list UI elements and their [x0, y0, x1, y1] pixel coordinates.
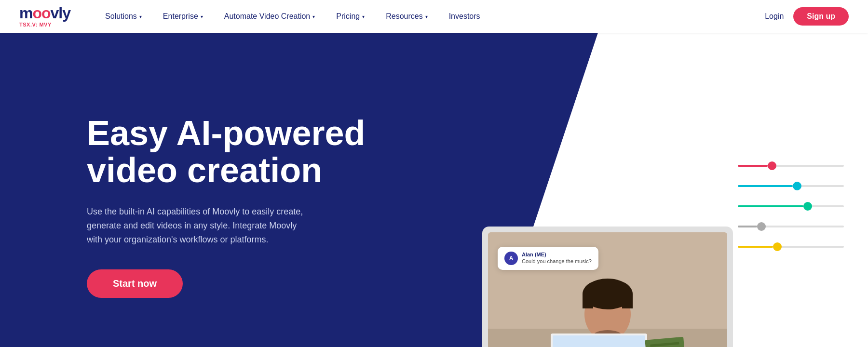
svg-rect-7: [622, 294, 633, 308]
signup-button[interactable]: Sign up: [793, 7, 849, 26]
logo-brand: moovly: [19, 5, 70, 21]
chat-bubble: A Alan (ME) Could you change the music?: [498, 247, 598, 270]
slider-2[interactable]: [738, 185, 844, 187]
laptop-image: A Alan (ME) Could you change the music?: [482, 227, 733, 347]
laptop-screen-outer: A Alan (ME) Could you change the music?: [482, 227, 733, 347]
hero-subtitle: Use the built-in AI capabilities of Moov…: [87, 205, 309, 246]
hero-title: Easy AI-powered video creation: [87, 115, 366, 190]
start-now-button[interactable]: Start now: [87, 269, 183, 298]
nav-item-enterprise[interactable]: Enterprise ▾: [152, 0, 214, 33]
logo-ticker: TSX.V: MVY: [19, 22, 70, 27]
nav-item-investors[interactable]: Investors: [438, 0, 491, 33]
nav-item-pricing[interactable]: Pricing ▾: [326, 0, 375, 33]
slider-5[interactable]: [738, 245, 844, 248]
laptop-screen-inner: A Alan (ME) Could you change the music?: [488, 232, 727, 347]
slider-4[interactable]: [738, 225, 844, 228]
logo[interactable]: moovly TSX.V: MVY: [19, 5, 70, 27]
person-photo: A Alan (ME) Could you change the music?: [488, 232, 727, 347]
chevron-down-icon: ▾: [312, 14, 315, 19]
nav-item-resources[interactable]: Resources ▾: [375, 0, 438, 33]
chat-text: Alan (ME) Could you change the music?: [522, 252, 592, 264]
nav-item-automate[interactable]: Automate Video Creation ▾: [214, 0, 326, 33]
login-button[interactable]: Login: [765, 12, 784, 21]
chevron-down-icon: ▾: [139, 14, 142, 19]
svg-rect-6: [583, 294, 593, 308]
chevron-down-icon: ▾: [425, 14, 428, 19]
nav-right: Login Sign up: [765, 7, 849, 26]
slider-1[interactable]: [738, 164, 844, 167]
hero-section: Easy AI-powered video creation Use the b…: [0, 33, 868, 347]
chat-avatar: A: [504, 252, 518, 265]
chevron-down-icon: ▾: [201, 14, 203, 19]
timeline-sliders: [738, 164, 854, 248]
nav-links: Solutions ▾ Enterprise ▾ Automate Video …: [95, 0, 765, 33]
hero-visual: A Alan (ME) Could you change the music?: [482, 227, 733, 347]
navbar: moovly TSX.V: MVY Solutions ▾ Enterprise…: [0, 0, 868, 33]
slider-3[interactable]: [738, 205, 844, 208]
chevron-down-icon: ▾: [362, 14, 365, 19]
nav-item-solutions[interactable]: Solutions ▾: [95, 0, 152, 33]
svg-rect-10: [553, 335, 645, 347]
hero-text: Easy AI-powered video creation Use the b…: [87, 115, 366, 298]
